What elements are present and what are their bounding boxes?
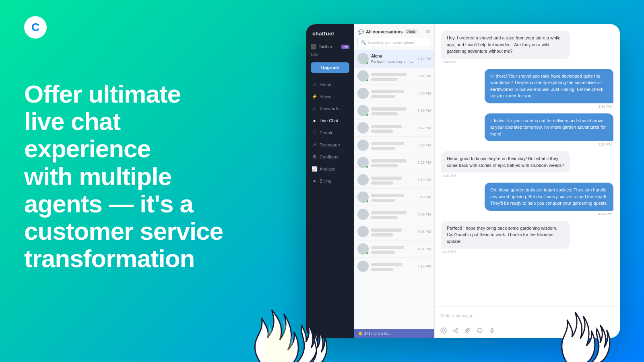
conv-preview bbox=[371, 194, 404, 197]
toolbox-label: Toolbox bbox=[319, 45, 332, 49]
message-time: 4:01 PM bbox=[441, 174, 458, 178]
conv-preview bbox=[371, 147, 395, 150]
message-time: 3:46 PM bbox=[441, 60, 458, 64]
conv-avatar bbox=[357, 88, 369, 99]
upgrade-button[interactable]: Upgrade bbox=[311, 62, 349, 73]
conv-time: 4:31 PM bbox=[417, 247, 431, 251]
emoji-icon[interactable] bbox=[477, 327, 483, 334]
message-time: 3:54 PM bbox=[597, 142, 613, 146]
svg-line-6 bbox=[455, 331, 457, 332]
svg-point-1 bbox=[443, 329, 445, 331]
conv-time: 8:14 PM bbox=[417, 74, 431, 78]
people-icon: ⁛ bbox=[312, 130, 317, 136]
conv-avatar bbox=[357, 105, 369, 116]
bottom-notification[interactable]: 🔔 2+1 months for... bbox=[354, 329, 434, 338]
conv-info bbox=[371, 158, 415, 167]
list-item[interactable]: 4:15 PM bbox=[354, 258, 434, 275]
conv-info bbox=[371, 210, 415, 219]
conv-time: 5:10 PM bbox=[417, 178, 431, 182]
sidebar-item-people[interactable]: ⁛ People bbox=[306, 127, 354, 139]
message-row: Hi there! Your shovel and rake have deve… bbox=[441, 69, 613, 109]
sidebar: chatfuel Toolbox Pro 8.8K Upgrade ⌂ Home… bbox=[306, 24, 354, 338]
nav-billing-label: Billing bbox=[320, 179, 331, 183]
sidebar-item-flows[interactable]: ⚡ Flows bbox=[306, 90, 354, 103]
message-row: It looks like your order is out for deli… bbox=[441, 113, 613, 147]
list-item[interactable]: 6:28 PM bbox=[354, 154, 434, 171]
conv-preview bbox=[371, 263, 402, 266]
list-item[interactable]: 7:59 PM bbox=[354, 102, 434, 119]
message-row: Perfect! I hope they bring back some gar… bbox=[441, 221, 613, 254]
list-item[interactable]: 6:29 PM bbox=[354, 137, 434, 154]
nav-people-label: People bbox=[320, 130, 333, 135]
billing-icon: ● bbox=[312, 178, 317, 184]
conv-list: Alena Perfect! I hope they bring back...… bbox=[354, 50, 434, 329]
list-item[interactable]: 8:14 PM bbox=[354, 68, 434, 85]
conv-info bbox=[371, 106, 415, 115]
conv-preview bbox=[371, 228, 402, 232]
conv-settings-icon[interactable]: ⚙ bbox=[426, 29, 430, 35]
nav-home-label: Home bbox=[320, 82, 331, 87]
message-bubble: Hey, I ordered a shovel and a rake from … bbox=[441, 31, 570, 59]
conv-time: 6:28 PM bbox=[417, 160, 431, 165]
svg-point-2 bbox=[456, 328, 458, 330]
hero-line-6: customer service bbox=[24, 217, 223, 245]
svg-point-7 bbox=[477, 328, 482, 333]
attach-icon[interactable] bbox=[464, 327, 471, 334]
list-item[interactable]: 4:31 PM bbox=[354, 241, 434, 258]
mic-icon[interactable] bbox=[489, 327, 495, 334]
conv-time: 4:15 PM bbox=[417, 264, 431, 268]
message-text: Hi there! Your shovel and rake have deve… bbox=[490, 74, 603, 99]
conv-preview bbox=[371, 142, 404, 145]
pro-badge: Pro bbox=[341, 45, 349, 49]
list-item[interactable]: 8:03 PM bbox=[354, 85, 434, 102]
sidebar-item-home[interactable]: ⌂ Home bbox=[306, 78, 354, 90]
toolbox-icon bbox=[311, 44, 316, 49]
conv-header: 💬 All conversations 7004 ⚙ bbox=[354, 24, 434, 38]
chat-panel: Hey, I ordered a shovel and a rake from … bbox=[435, 24, 620, 338]
conv-time: 7:59 PM bbox=[417, 109, 431, 113]
conv-preview bbox=[371, 246, 404, 249]
message-text: Oh, those garden tools are tough cookies… bbox=[490, 187, 608, 206]
list-item[interactable]: 5:10 PM bbox=[354, 171, 434, 189]
conv-info bbox=[371, 227, 415, 237]
conv-preview bbox=[371, 181, 393, 185]
message-text: Perfect! I hope they bring back some gar… bbox=[447, 226, 557, 244]
hero-title: Offer ultimate live chat experience with… bbox=[24, 80, 242, 272]
keywords-icon: # bbox=[312, 106, 317, 111]
conv-time: 6:29 PM bbox=[417, 143, 431, 147]
list-item[interactable]: 8:42 PM bbox=[354, 119, 434, 137]
conv-item-alena[interactable]: Alena Perfect! I hope they bring back...… bbox=[354, 50, 434, 68]
hero-line-1: Offer ultimate bbox=[24, 80, 181, 108]
chat-input-placeholder[interactable]: Write a message... bbox=[440, 311, 614, 321]
message-text: Hey, I ordered a shovel and a rake from … bbox=[447, 35, 560, 53]
search-bar[interactable]: 🔍 Search by user name, phone bbox=[357, 38, 431, 47]
hero-line-5: agents — it's a bbox=[24, 190, 193, 218]
conv-avatar bbox=[357, 53, 369, 64]
conv-preview bbox=[371, 211, 407, 214]
list-item[interactable]: 5:08 PM bbox=[354, 223, 434, 241]
message-text: It looks like your order is out for deli… bbox=[490, 118, 606, 136]
nav-configure-label: Configure bbox=[320, 154, 339, 159]
sidebar-item-livechat[interactable]: ● Live Chat bbox=[306, 115, 354, 127]
conv-info: Alena Perfect! I hope they bring back... bbox=[371, 54, 415, 64]
conv-header-left: 💬 All conversations 7004 bbox=[358, 29, 417, 35]
message-time: 4:12 PM bbox=[441, 250, 458, 254]
sidebar-item-billing[interactable]: ● Billing bbox=[306, 175, 354, 187]
conv-name: Alena bbox=[371, 54, 415, 58]
hero-line-2: live chat bbox=[24, 107, 120, 135]
list-item[interactable]: 5:08 PM bbox=[354, 206, 434, 223]
sidebar-item-reengage[interactable]: ↗ Reengage bbox=[306, 139, 354, 151]
list-item[interactable]: 5:10 PM bbox=[354, 189, 434, 206]
share-icon[interactable] bbox=[452, 327, 459, 334]
conversations-panel: 💬 All conversations 7004 ⚙ 🔍 Search by u… bbox=[354, 24, 435, 338]
message-bubble: It looks like your order is out for deli… bbox=[485, 113, 613, 142]
message-bubble: Oh, those garden tools are tough cookies… bbox=[485, 183, 613, 211]
sidebar-item-keywords[interactable]: # Keywords bbox=[306, 103, 354, 115]
sidebar-toolbox[interactable]: Toolbox Pro bbox=[306, 41, 354, 52]
livechat-icon: ● bbox=[312, 118, 317, 123]
sidebar-item-analyze[interactable]: 📈 Analyze bbox=[306, 163, 354, 175]
sidebar-item-configure[interactable]: ⚙ Configure bbox=[306, 151, 354, 163]
svg-line-5 bbox=[455, 329, 457, 330]
conv-avatar bbox=[357, 140, 369, 151]
conv-preview bbox=[371, 216, 398, 219]
